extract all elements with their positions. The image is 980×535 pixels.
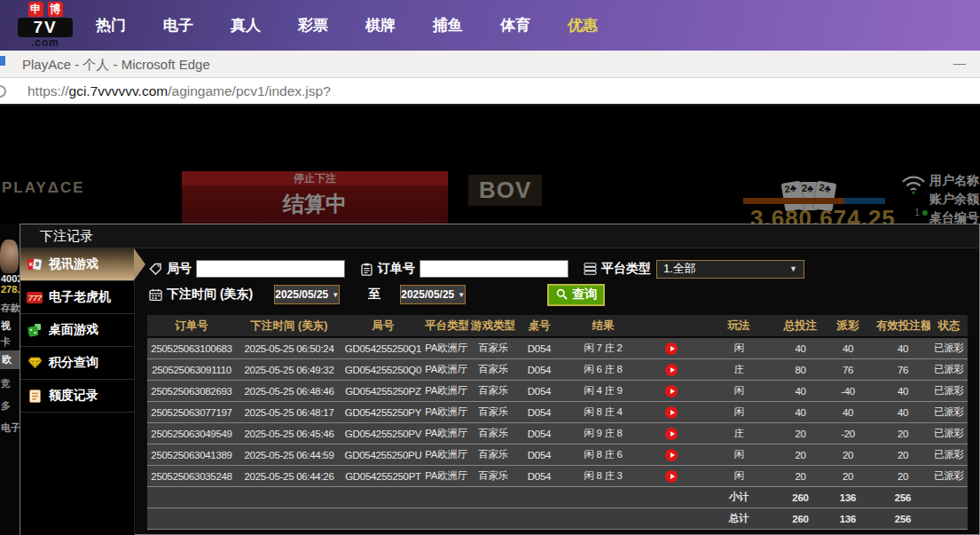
account-label: 用户名称: xyxy=(929,171,980,190)
address-bar[interactable]: https://gci.7vvvvvv.com/agingame/pcv1/in… xyxy=(0,78,980,106)
clipboard-icon xyxy=(358,263,374,276)
time-cell: 2025-05-25 06:48:17 xyxy=(236,402,342,423)
subtotal-label: 小计 xyxy=(697,487,780,508)
sidebar-item-桌面游戏[interactable]: 桌面游戏 xyxy=(20,314,134,347)
sidebar-item-视讯游戏[interactable]: K9视讯游戏 xyxy=(20,248,134,281)
date-to-select[interactable]: 2025/05/25 ▼ xyxy=(400,285,466,304)
result-cell: 闲 7 庄 2 xyxy=(561,337,646,359)
time-cell: 2025-05-25 06:48:46 xyxy=(236,381,342,402)
grand-total-label: 总计 xyxy=(697,508,780,530)
time-cell: 2025-05-25 06:50:24 xyxy=(236,337,342,359)
subtotal-value: 136 xyxy=(820,487,875,508)
playing-card: 2♣ xyxy=(799,182,819,210)
bet-cell: 闲 xyxy=(697,466,780,487)
replay-button[interactable] xyxy=(665,364,678,376)
background-fragment: 欧 xyxy=(0,350,20,369)
replay-button[interactable] xyxy=(665,428,678,440)
platform-cell: PA欧洲厅 xyxy=(424,381,468,402)
site-logo[interactable]: 申 博 7V .com xyxy=(18,2,73,49)
nav-item-捕鱼[interactable]: 捕鱼 xyxy=(433,15,463,35)
round-number-input[interactable] xyxy=(196,260,345,278)
sidebar-item-电子老虎机[interactable]: 777电子老虎机 xyxy=(20,281,134,314)
replay-button[interactable] xyxy=(665,406,678,419)
result-cell: 闲 8 庄 3 xyxy=(561,466,646,487)
page-reload-icon[interactable] xyxy=(0,85,6,98)
background-left-strip: 4003278.存款视卡欧竞多电子 xyxy=(0,224,20,535)
minimize-button[interactable]: — xyxy=(953,51,966,76)
date-from-select[interactable]: 2025/05/25 ▼ xyxy=(274,285,340,304)
nav-item-真人[interactable]: 真人 xyxy=(231,15,261,35)
replay-button[interactable] xyxy=(665,470,678,483)
grand-total-value xyxy=(930,508,968,530)
sidebar-item-label: 电子老虎机 xyxy=(49,289,111,305)
replay-cell xyxy=(646,337,697,359)
background-fragment: 竞 xyxy=(1,377,11,390)
game-cell: 百家乐 xyxy=(468,402,518,423)
table-row: 2505250630771972025-05-25 06:48:17GD0542… xyxy=(147,402,968,423)
search-button[interactable]: 查询 xyxy=(547,284,605,306)
url-text[interactable]: https://gci.7vvvvvv.com/agingame/pcv1/in… xyxy=(27,78,331,104)
result-cell: 闲 6 庄 8 xyxy=(561,359,646,381)
dealt-cards: 2♣2♣2♣ xyxy=(783,182,831,210)
bet-cell: 闲 xyxy=(697,445,780,466)
subtotal-value: 256 xyxy=(875,487,930,508)
payout-cell: 76 xyxy=(820,359,875,381)
column-header: 下注时间 (美东) xyxy=(236,315,342,337)
column-header: 总投注 xyxy=(780,315,820,337)
time-cell: 2025-05-25 06:45:46 xyxy=(236,423,342,445)
replay-cell xyxy=(646,381,697,402)
replay-button[interactable] xyxy=(665,342,678,355)
platform-cell: PA欧洲厅 xyxy=(424,423,468,445)
calendar-icon xyxy=(147,288,163,301)
total-bet-cell: 40 xyxy=(780,402,820,423)
platform-type-select[interactable]: 1.全部 ▼ xyxy=(656,260,804,279)
nav-item-电子[interactable]: 电子 xyxy=(163,15,193,35)
bet-cell: 庄 xyxy=(697,423,780,445)
nav-item-体育[interactable]: 体育 xyxy=(500,15,530,35)
bet-cell: 庄 xyxy=(697,359,780,381)
playing-card: 2♣ xyxy=(781,180,805,211)
replay-cell xyxy=(646,466,697,487)
nav-item-优惠[interactable]: 优惠 xyxy=(568,15,598,35)
tag-icon xyxy=(147,263,163,275)
order-cell: 250525063049549 xyxy=(147,423,236,445)
logo-badge-right: 博 xyxy=(48,2,63,17)
playing-card: 2♣ xyxy=(813,180,837,211)
order-number-input[interactable] xyxy=(419,260,568,278)
grand-total-value: 260 xyxy=(780,508,820,530)
replay-button[interactable] xyxy=(665,385,678,397)
logo-badge-left: 申 xyxy=(28,2,43,17)
replay-cell xyxy=(646,423,697,445)
table-header-row: 订单号下注时间 (美东)局号平台类型游戏类型桌号结果玩法总投注派彩有效投注额状态 xyxy=(147,315,968,337)
total-bet-cell: 20 xyxy=(780,423,820,445)
nav-item-棋牌[interactable]: 棋牌 xyxy=(365,15,396,35)
round-cell: GD054255250PZ xyxy=(342,381,424,402)
replay-button[interactable] xyxy=(665,449,678,461)
game-background: PLAYΔCE 停止下注 结算中 BOV 2♣2♣2♣ 3,680,674.25… xyxy=(0,129,980,224)
wifi-icon xyxy=(901,175,926,198)
payout-cell: 20 xyxy=(820,445,875,466)
column-header: 平台类型 xyxy=(424,315,468,337)
result-cell: 闲 4 庄 9 xyxy=(561,381,646,402)
column-header: 派彩 xyxy=(820,315,875,337)
sidebar-item-额度记录[interactable]: 额度记录 xyxy=(20,380,134,413)
window-edge-icon xyxy=(0,56,5,66)
svg-text:777: 777 xyxy=(28,294,43,303)
platform-cell: PA欧洲厅 xyxy=(424,359,468,381)
payout-cell: 20 xyxy=(820,466,875,487)
platform-cell: PA欧洲厅 xyxy=(424,337,468,359)
nav-item-热门[interactable]: 热门 xyxy=(96,15,126,35)
sidebar-item-积分查询[interactable]: 积分查询 xyxy=(20,347,134,380)
game-cell: 百家乐 xyxy=(468,466,518,487)
total-bet-cell: 20 xyxy=(780,445,820,466)
to-label: 至 xyxy=(368,287,380,303)
window-title-bar: PlayAce - 个人 - Microsoft Edge — xyxy=(0,51,980,78)
status-cell: 已派彩 xyxy=(930,381,968,402)
nav-item-彩票[interactable]: 彩票 xyxy=(298,15,328,35)
table-row: 2505250630911102025-05-25 06:49:32GD0542… xyxy=(147,359,968,381)
result-cell: 闲 8 庄 4 xyxy=(561,402,646,423)
filter-row-2: 下注时间 (美东) 2025/05/25 ▼ 至 2025/05/25 ▼ 查询 xyxy=(147,285,979,304)
platform-cell: PA欧洲厅 xyxy=(424,466,468,487)
round-cell: GD054255250PY xyxy=(342,402,424,423)
background-fragment: 视 xyxy=(1,319,11,333)
